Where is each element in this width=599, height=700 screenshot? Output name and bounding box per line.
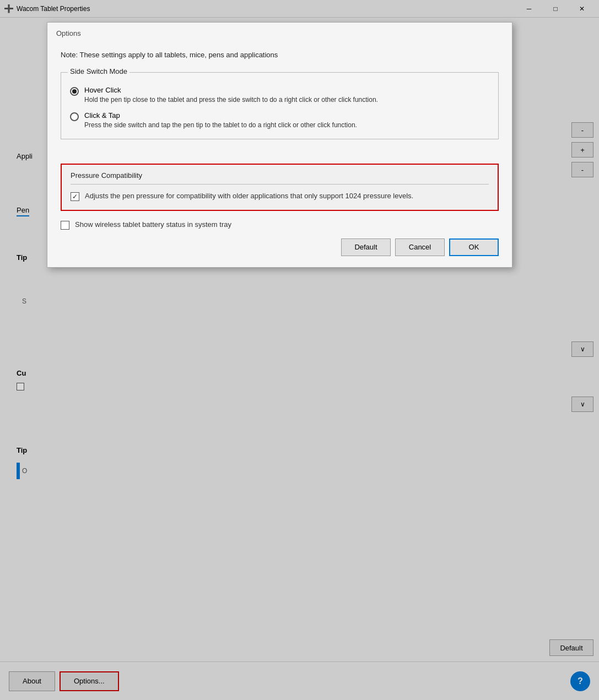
options-dialog: Options Note: These settings apply to al… — [47, 22, 512, 268]
click-tap-title: Click & Tap — [84, 111, 357, 120]
wireless-label: Show wireless tablet battery status in s… — [75, 220, 231, 230]
hover-click-option[interactable]: Hover Click Hold the pen tip close to th… — [70, 86, 489, 105]
dialog-buttons: Default Cancel OK — [61, 238, 499, 256]
main-window: Wacom Tablet Properties ─ □ ✕ Appli Pen … — [0, 0, 599, 700]
dialog-title: Options — [47, 23, 512, 42]
hover-click-text: Hover Click Hold the pen tip close to th… — [84, 86, 378, 105]
side-switch-mode-group: Side Switch Mode Hover Click Hold the pe… — [61, 72, 499, 139]
click-tap-desc: Press the side switch and tap the pen ti… — [84, 121, 357, 130]
wireless-row: Show wireless tablet battery status in s… — [61, 220, 499, 230]
click-tap-text: Click & Tap Press the side switch and ta… — [84, 111, 357, 130]
pressure-checkbox[interactable] — [71, 192, 79, 201]
hover-click-desc: Hold the pen tip close to the tablet and… — [84, 95, 378, 105]
dialog-note: Note: These settings apply to all tablet… — [47, 42, 512, 68]
hover-click-title: Hover Click — [84, 86, 378, 94]
pressure-checkbox-row: Adjusts the pen pressure for compatibili… — [71, 191, 489, 201]
pressure-checkbox-label: Adjusts the pen pressure for compatibili… — [85, 191, 413, 201]
hover-click-radio[interactable] — [70, 87, 79, 96]
side-switch-mode-label: Side Switch Mode — [68, 67, 129, 75]
wireless-checkbox[interactable] — [61, 221, 69, 230]
spacer — [47, 144, 512, 155]
click-tap-option[interactable]: Click & Tap Press the side switch and ta… — [70, 111, 489, 130]
click-tap-radio[interactable] — [70, 112, 79, 121]
cancel-button[interactable]: Cancel — [395, 238, 445, 256]
default-button[interactable]: Default — [341, 238, 391, 256]
pressure-compatibility-section: Pressure Compatibility Adjusts the pen p… — [61, 164, 499, 211]
pressure-title: Pressure Compatibility — [71, 171, 489, 185]
ok-button[interactable]: OK — [449, 238, 499, 256]
